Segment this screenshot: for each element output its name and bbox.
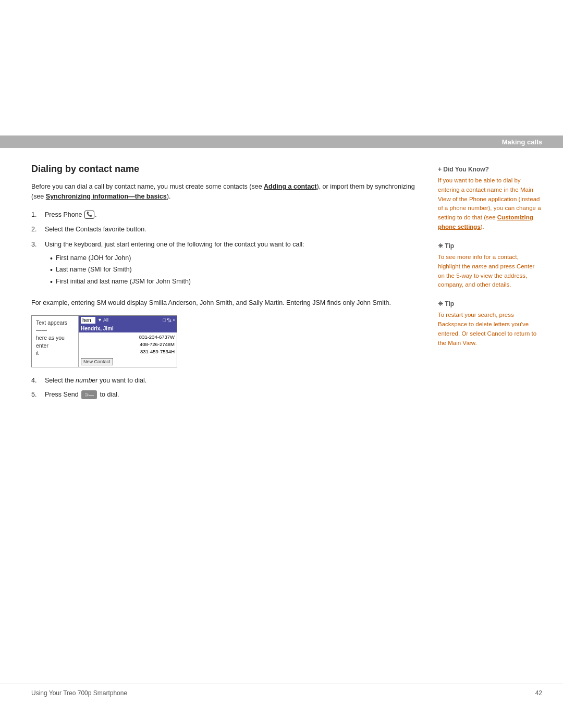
screenshot-label-line2: here as you enter xyxy=(36,335,65,349)
step-2: 2. Select the Contacts favorite button. xyxy=(31,225,427,235)
phone-screen: hen ▼ All □ ¶₄ ▪ Hendrix, Jimi 831-234-6… xyxy=(79,316,177,367)
screenshot-label-line3: it xyxy=(36,350,39,356)
content-area: Dialing by contact name Before you can d… xyxy=(0,148,563,419)
section-title: Dialing by contact name xyxy=(31,164,427,175)
step-3-num: 3. xyxy=(31,240,41,291)
phone-screenshot: Text appears —— here as you enter it hen… xyxy=(31,315,177,368)
step-2-num: 2. xyxy=(31,225,41,235)
step-3-content: Using the keyboard, just start entering … xyxy=(45,240,427,291)
step-4-italic: number xyxy=(76,377,97,384)
phone-label-area: Text appears —— here as you enter it xyxy=(32,316,79,367)
asterisk-icon-1: ✳ Tip xyxy=(438,242,454,250)
step-4-text-after: you want to dial. xyxy=(97,377,146,384)
step-4: 4. Select the number you want to dial. xyxy=(31,376,427,386)
example-paragraph: For example, entering SM would display S… xyxy=(31,298,427,308)
phone-screen-dropdown: ▼ All xyxy=(97,317,108,323)
phone-screen-top: hen ▼ All □ ¶₄ ▪ xyxy=(79,316,177,325)
step-1: 1. Press Phone 📞. xyxy=(31,210,427,220)
step-1-content: Press Phone 📞. xyxy=(45,210,427,220)
tip-2-text: To restart your search, press Backspace … xyxy=(438,311,542,348)
tip-block-1: ✳ Tip To see more info for a contact, hi… xyxy=(438,242,542,290)
step-4-text-before: Select the xyxy=(45,377,76,384)
section-header-bar: Making calls xyxy=(0,135,563,148)
phone-number-2: 408-726-2748M xyxy=(81,341,175,348)
step-1-text: Press Phone xyxy=(45,211,84,218)
step-5-content: Press Send ⊃— to dial. xyxy=(45,390,427,400)
tip-2-header: ✳ Tip xyxy=(438,300,542,307)
did-you-know-text: If you want to be able to dial by enteri… xyxy=(438,176,542,232)
send-button-icon: ⊃— xyxy=(81,390,97,399)
tip-block-2: ✳ Tip To restart your search, press Back… xyxy=(438,300,542,348)
footer-right: 42 xyxy=(535,689,542,697)
asterisk-icon-2: ✳ Tip xyxy=(438,300,454,307)
contact-row: Hendrix, Jimi xyxy=(79,325,177,332)
step-3-text: Using the keyboard, just start entering … xyxy=(45,241,304,248)
plus-icon: + Did You Know? xyxy=(438,166,489,173)
intro-text-1: Before you can dial a call by contact na… xyxy=(31,183,264,190)
step-2-content: Select the Contacts favorite button. xyxy=(45,225,427,235)
new-contact-btn-area: New Contact xyxy=(79,356,177,367)
bullet-2: Last name (SMI for Smith) xyxy=(50,264,427,276)
tip-1-italic: name xyxy=(472,263,487,269)
step-1-num: 1. xyxy=(31,210,41,220)
intro-text-3: ). xyxy=(167,193,171,200)
screenshot-label-line1: Text appears xyxy=(36,319,67,326)
phone-icon-1: 📞 xyxy=(84,211,94,219)
step-5-text-after: to dial. xyxy=(98,391,119,398)
section-header-label: Making calls xyxy=(502,138,542,146)
footer-left: Using Your Treo 700p Smartphone xyxy=(31,689,127,697)
bullet-3: First initial and last name (JSM for Joh… xyxy=(50,276,427,288)
page-wrapper: Making calls Dialing by contact name Bef… xyxy=(0,0,563,728)
tip-1-header: ✳ Tip xyxy=(438,242,542,250)
sync-info-link[interactable]: Synchronizing information—the basics xyxy=(46,193,167,200)
phone-screen-icons: □ ¶₄ ▪ xyxy=(163,317,175,323)
top-spacer xyxy=(0,0,563,135)
phone-screenshot-inner: Text appears —— here as you enter it hen… xyxy=(32,316,177,367)
step-5-text-before: Press Send xyxy=(45,391,80,398)
adding-contact-link[interactable]: Adding a contact xyxy=(264,183,316,190)
step-5-num: 5. xyxy=(31,390,41,400)
screen-input-text: hen xyxy=(81,317,95,324)
main-column: Dialing by contact name Before you can d… xyxy=(31,164,427,404)
step-4-content: Select the number you want to dial. xyxy=(45,376,427,386)
step-1-period: . xyxy=(95,211,96,218)
phone-number-1: 831-234-6737W xyxy=(81,334,175,341)
phone-number-3: 831-459-7534H xyxy=(81,348,175,355)
bullet-1: First name (JOH for John) xyxy=(50,253,427,264)
intro-paragraph: Before you can dial a call by contact na… xyxy=(31,182,427,202)
did-you-know-block: + Did You Know? If you want to be able t… xyxy=(438,166,542,232)
bullet-list: First name (JOH for John) Last name (SMI… xyxy=(50,253,427,288)
phone-numbers: 831-234-6737W 408-726-2748M 831-459-7534… xyxy=(79,332,177,357)
did-you-know-header: + Did You Know? xyxy=(438,166,542,173)
sidebar-column: + Did You Know? If you want to be able t… xyxy=(438,164,542,404)
new-contact-button[interactable]: New Contact xyxy=(81,358,113,365)
step-3: 3. Using the keyboard, just start enteri… xyxy=(31,240,427,291)
page-footer: Using Your Treo 700p Smartphone 42 xyxy=(0,684,563,697)
steps-list: 1. Press Phone 📞. 2. Select the Contacts… xyxy=(31,210,427,291)
did-you-know-text-after: ). xyxy=(481,224,484,230)
step-4-num: 4. xyxy=(31,376,41,386)
step-5: 5. Press Send ⊃— to dial. xyxy=(31,390,427,400)
tip-1-text: To see more info for a contact, highligh… xyxy=(438,253,542,290)
